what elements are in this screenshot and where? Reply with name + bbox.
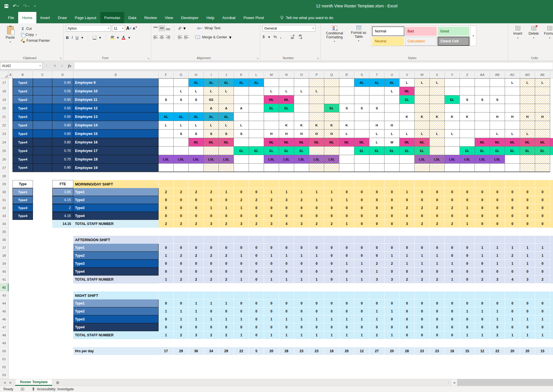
cell-Y46[interactable]: 0	[445, 315, 460, 323]
cell-F31[interactable]: 0	[159, 196, 174, 204]
cell-H45[interactable]: 1	[189, 307, 204, 315]
cell-H48[interactable]: 3	[189, 331, 204, 339]
employee-name-cell[interactable]: Employee 10	[73, 87, 159, 95]
cell-H30[interactable]: 2	[189, 188, 204, 196]
row-header-32[interactable]: 32	[0, 204, 9, 212]
cell-Y33[interactable]: 0	[445, 212, 460, 220]
employee-name-cell[interactable]: Employee 13	[73, 112, 159, 121]
cell-J27[interactable]	[219, 164, 234, 172]
cell-T47[interactable]: 0	[369, 323, 384, 331]
cell-AC24[interactable]: ML	[505, 138, 520, 147]
hrs-per-day-label[interactable]: Hrs per day	[73, 347, 159, 355]
cell-AC40[interactable]: 0	[505, 268, 520, 276]
cell-P44[interactable]: 0	[309, 299, 324, 307]
cell-G34[interactable]: 2	[174, 220, 189, 228]
cell-U48[interactable]: 1	[384, 331, 400, 339]
cell-N23[interactable]: H	[279, 130, 294, 138]
type-fte-cell[interactable]: 2	[52, 204, 73, 212]
cell[interactable]	[159, 180, 174, 188]
cell[interactable]	[369, 236, 384, 244]
cell-A20[interactable]	[9, 104, 13, 112]
cell-J20[interactable]: A	[219, 104, 234, 112]
cell-I26[interactable]: LSL	[204, 155, 219, 164]
cell-G33[interactable]: 0	[174, 212, 189, 220]
cell-AE21[interactable]: H	[535, 112, 550, 121]
cell-V19[interactable]: EL	[400, 95, 415, 104]
cell-R23[interactable]: L	[339, 130, 354, 138]
cell-AA26[interactable]: LSL	[475, 155, 490, 164]
column-header-R[interactable]: R	[339, 71, 354, 78]
cell-G21[interactable]: AL	[174, 112, 189, 121]
cell-AE34[interactable]: 0	[535, 220, 550, 228]
cell-AE48[interactable]: 1	[535, 331, 550, 339]
cell-Z46[interactable]: 0	[460, 315, 475, 323]
cell-O38[interactable]: 1	[294, 252, 309, 260]
cell-T20[interactable]: S	[369, 104, 384, 112]
cell[interactable]	[384, 236, 400, 244]
cell[interactable]	[9, 244, 13, 252]
horizontal-scrollbar[interactable]: ◀	[451, 379, 553, 386]
cell-AE22[interactable]	[535, 121, 550, 130]
orientation-button[interactable]: ab	[177, 26, 182, 30]
cell-AE47[interactable]: 0	[535, 323, 550, 331]
cell[interactable]	[9, 260, 13, 268]
cell[interactable]	[400, 291, 415, 299]
cell-U32[interactable]: 0	[384, 204, 400, 212]
cell-AB19[interactable]: S	[490, 95, 505, 104]
cell[interactable]	[430, 291, 445, 299]
cell-P41[interactable]: 1	[309, 276, 324, 283]
cell-T31[interactable]: 0	[369, 196, 384, 204]
cell-Q46[interactable]: 1	[324, 315, 339, 323]
cell[interactable]	[33, 299, 52, 307]
cell-M23[interactable]: H	[264, 130, 279, 138]
cell-T19[interactable]	[369, 95, 384, 104]
cell[interactable]	[52, 260, 73, 268]
cell-H27[interactable]	[189, 164, 204, 172]
cell[interactable]	[249, 291, 264, 299]
employee-fte-cell[interactable]: 0.40	[52, 78, 73, 87]
cell-K33[interactable]: 0	[234, 212, 249, 220]
cell-AB18[interactable]	[490, 87, 505, 95]
cell-S32[interactable]: 0	[354, 204, 369, 212]
section-type-label[interactable]: Type4	[73, 268, 159, 276]
cell-W38[interactable]: 1	[415, 252, 430, 260]
font-dialog-launcher[interactable]: ↘	[147, 57, 149, 60]
cell-O48[interactable]: 1	[294, 331, 309, 339]
cell-S41[interactable]: 1	[354, 276, 369, 283]
employee-type-cell[interactable]: Type3	[13, 112, 33, 121]
cell-F18[interactable]	[159, 87, 174, 95]
cell-Q41[interactable]: 0	[324, 276, 339, 283]
cell-R19[interactable]	[339, 95, 354, 104]
cell-Q45[interactable]: 0	[324, 307, 339, 315]
cell-AC48[interactable]: 1	[505, 331, 520, 339]
cell-P21[interactable]	[309, 112, 324, 121]
cell-U34[interactable]: 0	[384, 220, 400, 228]
employee-type-cell[interactable]: Type4	[13, 164, 33, 172]
cell-AE33[interactable]: 0	[535, 212, 550, 220]
cell-P40[interactable]: 0	[309, 268, 324, 276]
cell-P30[interactable]: 1	[309, 188, 324, 196]
employee-name-cell[interactable]: Employee 11	[73, 95, 159, 104]
cell[interactable]	[52, 268, 73, 276]
cell-X50[interactable]: 23	[430, 347, 445, 355]
cell-I33[interactable]: 0	[204, 212, 219, 220]
cell-V41[interactable]: 2	[400, 276, 415, 283]
column-header-U[interactable]: U	[384, 71, 400, 78]
cell-Z20[interactable]	[460, 104, 475, 112]
row-header-36[interactable]: 36	[0, 236, 9, 244]
employee-fte-cell[interactable]: 0.05	[52, 87, 73, 95]
cell-AB41[interactable]: 3	[490, 276, 505, 283]
cell-J24[interactable]: ML	[219, 138, 234, 147]
cell-I27[interactable]	[204, 164, 219, 172]
cell-M25[interactable]: EL	[264, 147, 279, 155]
cell-P45[interactable]: 0	[309, 307, 324, 315]
cell-P24[interactable]: ML	[309, 138, 324, 147]
employee-type-cell[interactable]: Type3	[13, 130, 33, 138]
cell-X32[interactable]: 2	[430, 204, 445, 212]
cell-AC31[interactable]: 0	[505, 196, 520, 204]
cell-AA44[interactable]: 0	[475, 299, 490, 307]
cell-AD19[interactable]	[520, 95, 535, 104]
cell-M26[interactable]: LSL	[264, 155, 279, 164]
cell[interactable]	[520, 291, 535, 299]
cell-I39[interactable]: 0	[204, 260, 219, 268]
